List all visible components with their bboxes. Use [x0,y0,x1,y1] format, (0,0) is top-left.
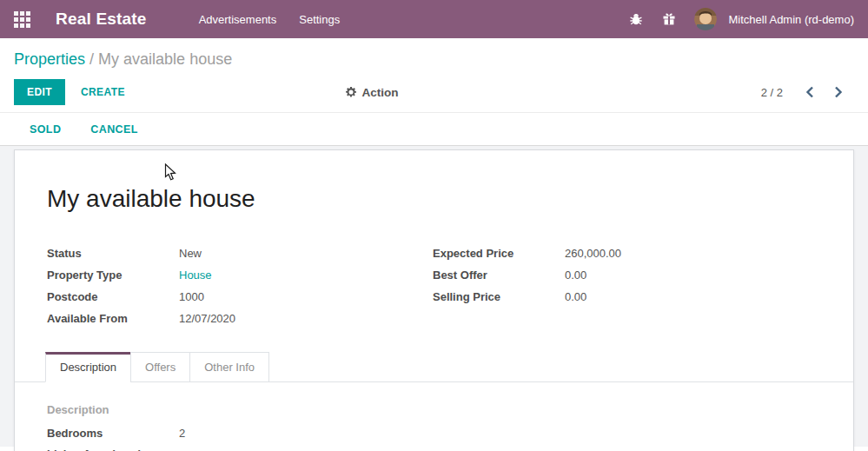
top-navbar: Real Estate Advertisements Settings [0,0,868,38]
field-selling-price-value: 0.00 [565,291,586,302]
field-status-label: Status [47,248,179,259]
field-expected-price-value: 260,000.00 [565,248,621,259]
field-available-from: Available From 12/07/2020 [47,313,433,324]
field-selling-price: Selling Price 0.00 [433,291,818,302]
action-menu-wrap: Action [14,86,854,99]
app-title[interactable]: Real Estate [56,10,147,29]
form-statusbar: SOLD CANCEL [0,112,868,146]
field-available-from-value: 12/07/2020 [179,313,235,324]
bug-icon[interactable] [623,6,649,32]
navbar-right: Mitchell Admin (rd-demo) [623,6,855,32]
field-postcode-label: Postcode [47,291,179,302]
tab-description[interactable]: Description [45,352,131,382]
field-expected-price: Expected Price 260,000.00 [433,248,818,259]
tab-offers[interactable]: Offers [130,352,190,382]
form-sheet: My available house Status New Property T… [14,149,854,451]
field-column-right: Expected Price 260,000.00 Best Offer 0.0… [433,248,818,335]
field-status: Status New [47,248,433,259]
description-field-label: Description [47,403,821,416]
field-bedrooms-value: 2 [179,428,185,439]
field-column-left: Status New Property Type House Postcode … [47,248,433,335]
field-postcode: Postcode 1000 [47,291,433,302]
field-best-offer: Best Offer 0.00 [433,269,818,281]
notebook-tabs: Description Offers Other Info [15,352,853,382]
tab-other-info[interactable]: Other Info [189,352,269,382]
breadcrumb-properties[interactable]: Properties [14,50,85,68]
control-panel: Properties / My available house EDIT CRE… [0,38,868,112]
form-content: My available house Status New Property T… [0,146,868,447]
tab-pane-description: Description Bedrooms 2 Living Area (sqm) [47,382,821,451]
gift-icon[interactable] [656,6,682,32]
field-expected-price-label: Expected Price [433,248,565,259]
action-menu-label: Action [362,86,399,99]
property-title: My available house [47,185,821,213]
menu-item-advertisements[interactable]: Advertisements [192,8,284,31]
apps-grid-icon[interactable] [14,11,30,28]
breadcrumb-separator: / [89,50,98,68]
odoo-window: Real Estate Advertisements Settings [0,0,868,451]
breadcrumb: Properties / My available house [14,50,854,69]
field-status-value: New [179,248,202,259]
field-postcode-value: 1000 [179,291,204,302]
field-best-offer-label: Best Offer [433,269,565,281]
field-bedrooms: Bedrooms 2 [47,428,821,439]
main-menu: Advertisements Settings [192,8,348,31]
field-available-from-label: Available From [47,313,179,324]
field-best-offer-value: 0.00 [565,269,586,281]
field-bedrooms-label: Bedrooms [47,428,179,439]
breadcrumb-current: My available house [98,50,232,68]
field-selling-price-label: Selling Price [433,291,565,302]
control-panel-buttons: EDIT CREATE Action 2 / 2 [14,79,854,105]
user-avatar[interactable] [694,8,717,30]
field-grid: Status New Property Type House Postcode … [47,248,821,335]
action-menu-button[interactable]: Action [345,86,399,99]
menu-item-settings[interactable]: Settings [292,8,347,31]
field-property-type: Property Type House [47,269,433,281]
sold-button[interactable]: SOLD [21,118,70,141]
field-property-type-value[interactable]: House [179,269,212,281]
gear-icon [345,86,357,98]
field-property-type-label: Property Type [47,269,179,281]
cancel-button[interactable]: CANCEL [82,118,146,141]
user-menu[interactable]: Mitchell Admin (rd-demo) [729,13,855,26]
